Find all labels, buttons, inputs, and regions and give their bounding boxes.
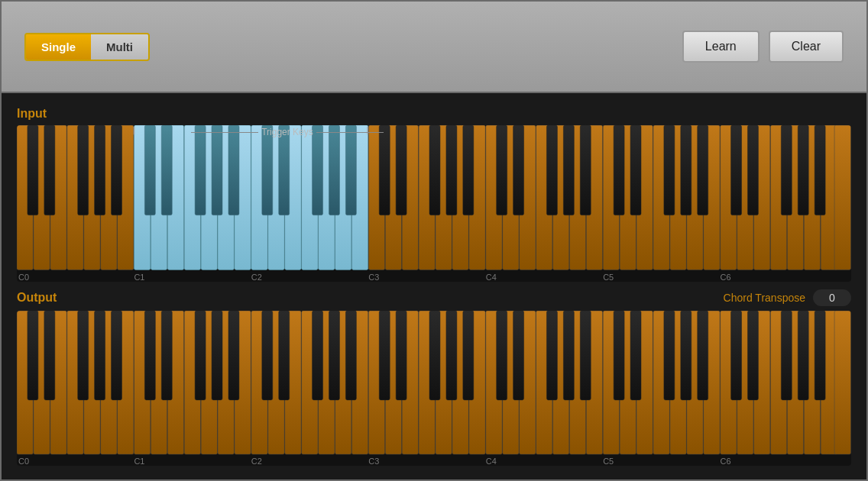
learn-button[interactable]: Learn: [682, 31, 760, 63]
svg-rect-167: [563, 311, 574, 400]
output-piano[interactable]: .wk2 { fill: url(#wkGrad2); stroke: #444…: [17, 311, 851, 466]
svg-rect-56: [161, 125, 172, 215]
svg-rect-79: [698, 125, 708, 215]
svg-rect-62: [313, 125, 323, 215]
svg-rect-78: [681, 125, 691, 215]
svg-rect-67: [429, 125, 440, 215]
svg-rect-173: [698, 311, 708, 400]
svg-rect-158: [345, 311, 356, 400]
svg-rect-65: [379, 125, 390, 215]
svg-rect-149: [144, 311, 155, 400]
svg-rect-154: [262, 311, 273, 400]
svg-rect-176: [781, 311, 792, 400]
svg-rect-174: [731, 311, 742, 400]
svg-rect-66: [396, 125, 406, 215]
svg-rect-145: [44, 311, 55, 400]
svg-text:C4: C4: [486, 273, 497, 282]
svg-rect-71: [513, 125, 524, 215]
svg-text:C0: C0: [18, 273, 29, 282]
svg-rect-82: [781, 125, 792, 215]
svg-text:C2: C2: [251, 457, 262, 466]
svg-rect-52: [78, 125, 89, 215]
svg-rect-175: [747, 311, 758, 400]
svg-text:C3: C3: [368, 457, 379, 466]
svg-rect-171: [664, 311, 675, 400]
svg-text:C6: C6: [721, 457, 731, 466]
svg-rect-83: [798, 125, 808, 215]
svg-rect-55: [144, 125, 155, 215]
svg-rect-76: [630, 125, 641, 215]
svg-rect-54: [112, 125, 122, 215]
svg-rect-51: [44, 125, 55, 215]
svg-rect-58: [212, 125, 222, 215]
svg-rect-168: [580, 311, 591, 400]
svg-text:C5: C5: [603, 273, 614, 282]
single-mode-button[interactable]: Single: [26, 34, 91, 60]
svg-rect-74: [580, 125, 591, 215]
svg-rect-73: [563, 125, 574, 215]
svg-rect-68: [446, 125, 457, 215]
svg-rect-162: [446, 311, 457, 400]
svg-rect-163: [463, 311, 474, 400]
svg-rect-156: [313, 311, 323, 400]
mode-buttons: Single Multi: [24, 33, 150, 61]
svg-rect-151: [195, 311, 206, 400]
svg-rect-63: [329, 125, 340, 215]
svg-rect-157: [329, 311, 340, 400]
toolbar-right: Learn Clear: [682, 31, 844, 63]
chord-transpose-label: Chord Transpose: [724, 292, 805, 304]
output-section-header: Output Chord Transpose 0: [17, 289, 851, 306]
svg-rect-53: [95, 125, 105, 215]
svg-rect-50: [28, 125, 38, 215]
svg-text:C2: C2: [251, 273, 262, 282]
output-section: Output Chord Transpose 0: [17, 289, 851, 466]
toolbar: Single Multi Learn Clear: [2, 2, 866, 93]
svg-rect-147: [95, 311, 105, 400]
svg-rect-161: [429, 311, 440, 400]
svg-rect-80: [731, 125, 742, 215]
input-section-header: Input: [17, 107, 851, 121]
svg-rect-60: [262, 125, 273, 215]
svg-rect-72: [546, 125, 557, 215]
multi-mode-button[interactable]: Multi: [91, 34, 148, 60]
svg-rect-69: [463, 125, 474, 215]
svg-rect-81: [747, 125, 758, 215]
svg-text:C0: C0: [18, 457, 29, 466]
svg-rect-159: [379, 311, 390, 400]
output-piano-container: .wk2 { fill: url(#wkGrad2); stroke: #444…: [17, 311, 851, 466]
svg-rect-172: [681, 311, 691, 400]
svg-rect-59: [228, 125, 239, 215]
chord-transpose-area: Chord Transpose 0: [724, 289, 851, 306]
input-piano-container: Trigger Keys .wk-normal { fill: url(#wkG…: [17, 125, 851, 282]
svg-rect-61: [279, 125, 290, 215]
input-label: Input: [17, 107, 47, 121]
svg-rect-170: [630, 311, 641, 400]
output-label: Output: [17, 291, 57, 305]
svg-rect-84: [815, 125, 825, 215]
svg-rect-144: [28, 311, 38, 400]
svg-rect-146: [78, 311, 89, 400]
svg-rect-64: [345, 125, 356, 215]
svg-rect-49: [834, 125, 850, 270]
clear-button[interactable]: Clear: [769, 31, 844, 63]
svg-text:C6: C6: [721, 273, 731, 282]
svg-rect-164: [497, 311, 507, 400]
svg-rect-166: [546, 311, 557, 400]
svg-text:C4: C4: [486, 457, 497, 466]
chord-transpose-value[interactable]: 0: [813, 289, 851, 306]
svg-rect-148: [112, 311, 122, 400]
svg-text:C5: C5: [603, 457, 614, 466]
svg-text:C1: C1: [134, 457, 144, 466]
svg-text:C1: C1: [134, 273, 144, 282]
svg-rect-169: [614, 311, 624, 400]
svg-rect-70: [497, 125, 507, 215]
input-piano[interactable]: .wk-normal { fill: url(#wkGrad); stroke:…: [17, 125, 851, 282]
app-wrapper: Single Multi Learn Clear Input Trigger K…: [0, 0, 868, 481]
svg-rect-177: [798, 311, 808, 400]
svg-rect-153: [228, 311, 239, 400]
svg-rect-155: [279, 311, 290, 400]
svg-text:C3: C3: [368, 273, 379, 282]
svg-rect-165: [513, 311, 524, 400]
svg-rect-152: [212, 311, 222, 400]
svg-rect-160: [396, 311, 406, 400]
